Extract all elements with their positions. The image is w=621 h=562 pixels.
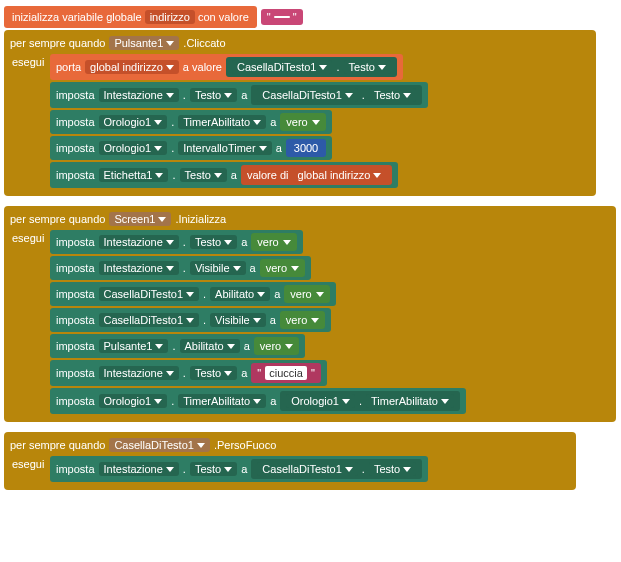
- when-label: per sempre quando: [10, 439, 105, 451]
- bool-block[interactable]: vero: [254, 337, 299, 355]
- text-value-block[interactable]: " ": [261, 9, 303, 25]
- do-label: esegui: [12, 56, 44, 68]
- var-name-dropdown[interactable]: indirizzo: [145, 10, 195, 24]
- event-block-casella-persofuoco[interactable]: per sempre quando CasellaDiTesto1 .Perso…: [4, 432, 576, 490]
- setprop-row[interactable]: impostaIntestazione.Testoa"ciuccia": [50, 360, 327, 386]
- component-dropdown[interactable]: CasellaDiTesto1: [109, 438, 209, 452]
- setprop-row[interactable]: impostaIntestazione.Visibileavero: [50, 256, 311, 280]
- when-label: per sempre quando: [10, 213, 105, 225]
- event-label: .PersoFuoco: [214, 439, 276, 451]
- setprop-row[interactable]: imposta Etichetta1 . Testo a valore di g…: [50, 162, 398, 188]
- event-block-pulsante-cliccato[interactable]: per sempre quando Pulsante1 .Cliccato es…: [4, 30, 596, 196]
- bool-block[interactable]: vero: [280, 311, 325, 329]
- bool-block[interactable]: vero: [251, 233, 296, 251]
- text-input[interactable]: [274, 16, 290, 18]
- setprop-row[interactable]: imposta Intestazione . Testo a CasellaDi…: [50, 456, 428, 482]
- bool-block[interactable]: vero: [284, 285, 329, 303]
- setprop-row[interactable]: impostaIntestazione.Testoavero: [50, 230, 303, 254]
- setprop-row[interactable]: impostaPulsante1.Abilitatoavero: [50, 334, 305, 358]
- setprop-row[interactable]: impostaCasellaDiTesto1.Visibileavero: [50, 308, 331, 332]
- setprop-row[interactable]: imposta Intestazione . Testo a CasellaDi…: [50, 82, 428, 108]
- bool-block[interactable]: vero: [260, 259, 305, 277]
- getter-block[interactable]: Orologio1.TimerAbilitato: [280, 391, 460, 411]
- bool-block[interactable]: vero: [280, 113, 325, 131]
- set-variable-row[interactable]: porta global indirizzo a valore CasellaD…: [50, 54, 403, 80]
- event-label: .Cliccato: [183, 37, 225, 49]
- get-variable-block[interactable]: valore di global indirizzo: [241, 165, 392, 185]
- setprop-row[interactable]: impostaCasellaDiTesto1.Abilitatoavero: [50, 282, 336, 306]
- do-label: esegui: [12, 458, 44, 470]
- chevron-down-icon: [166, 41, 174, 46]
- init-variable-block[interactable]: inizializza variabile globale indirizzo …: [4, 4, 303, 30]
- getter-block[interactable]: CasellaDiTesto1 . Testo: [251, 85, 422, 105]
- setprop-row[interactable]: imposta Orologio1 . TimerAbilitato a ver…: [50, 110, 332, 134]
- when-label: per sempre quando: [10, 37, 105, 49]
- component-dropdown[interactable]: Pulsante1: [109, 36, 179, 50]
- setprop-row[interactable]: imposta Orologio1 . IntervalloTimer a 30…: [50, 136, 332, 160]
- event-label: .Inizializza: [175, 213, 226, 225]
- con-label: con valore: [198, 11, 249, 23]
- var-dropdown[interactable]: global indirizzo: [85, 60, 179, 74]
- init-label: inizializza variabile globale: [12, 11, 142, 23]
- number-block[interactable]: 3000: [286, 139, 326, 157]
- setprop-row[interactable]: impostaOrologio1.TimerAbilitatoaOrologio…: [50, 388, 466, 414]
- getter-block[interactable]: CasellaDiTesto1 . Testo: [251, 459, 422, 479]
- component-dropdown[interactable]: Screen1: [109, 212, 171, 226]
- getter-block[interactable]: CasellaDiTesto1 . Testo: [226, 57, 397, 77]
- event-block-screen-inizializza[interactable]: per sempre quando Screen1 .Inizializza e…: [4, 206, 616, 422]
- do-label: esegui: [12, 232, 44, 244]
- text-block[interactable]: "ciuccia": [251, 363, 320, 383]
